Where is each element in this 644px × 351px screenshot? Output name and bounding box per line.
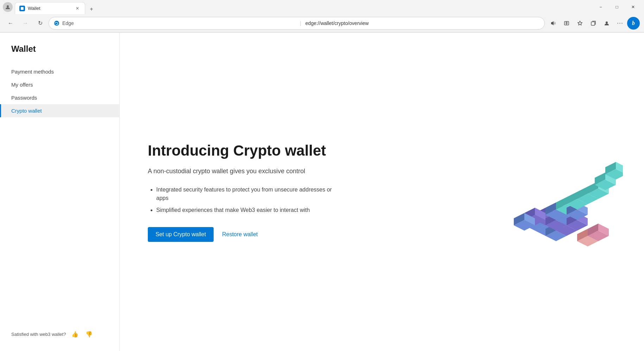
svg-point-5 bbox=[606, 21, 608, 24]
toolbar-actions: ··· b bbox=[547, 17, 640, 30]
tab-close-button[interactable]: ✕ bbox=[74, 5, 81, 12]
bing-button[interactable]: b bbox=[627, 17, 640, 30]
more-options-button[interactable]: ··· bbox=[614, 17, 626, 30]
tab-strip: Wallet ✕ + bbox=[15, 0, 591, 14]
restore-wallet-button[interactable]: Restore wallet bbox=[222, 231, 258, 238]
profile-button[interactable] bbox=[600, 17, 613, 30]
crypto-cubes-illustration bbox=[475, 118, 623, 266]
toolbar: ← → ↻ Edge | edge://wallet/crypto/overvi… bbox=[0, 14, 644, 32]
sidebar-item-my-offers[interactable]: My offers bbox=[0, 78, 119, 91]
thumbs-up-button[interactable]: 👍 bbox=[70, 330, 80, 338]
read-aloud-button[interactable] bbox=[547, 17, 560, 30]
minimize-button[interactable]: − bbox=[593, 1, 609, 13]
tab-favicon bbox=[19, 6, 25, 11]
profile-icon[interactable] bbox=[3, 2, 13, 12]
svg-rect-1 bbox=[21, 7, 24, 10]
feature-item-1: Integrated security features to protect … bbox=[156, 186, 345, 202]
intro-heading: Introducing Crypto wallet bbox=[148, 142, 345, 159]
page-content: Wallet Payment methods My offers Passwor… bbox=[0, 32, 644, 351]
browser-window: Wallet ✕ + − □ ✕ ← → ↻ Edge | edge://wal… bbox=[0, 0, 644, 351]
collections-button[interactable] bbox=[587, 17, 600, 30]
new-tab-button[interactable]: + bbox=[87, 4, 96, 14]
address-bar[interactable]: Edge | edge://wallet/crypto/overview bbox=[49, 17, 545, 30]
back-button[interactable]: ← bbox=[4, 17, 17, 30]
tab-title: Wallet bbox=[28, 6, 71, 11]
favorites-button[interactable] bbox=[574, 17, 586, 30]
close-button[interactable]: ✕ bbox=[625, 1, 641, 13]
sidebar-item-payment-methods[interactable]: Payment methods bbox=[0, 65, 119, 78]
url-text: edge://wallet/crypto/overview bbox=[305, 20, 539, 26]
edge-label: Edge bbox=[62, 20, 296, 26]
sidebar-title: Wallet bbox=[0, 44, 119, 65]
main-panel: Introducing Crypto wallet A non-custodia… bbox=[120, 33, 644, 351]
action-buttons: Set up Crypto wallet Restore wallet bbox=[148, 227, 345, 242]
active-tab[interactable]: Wallet ✕ bbox=[15, 2, 85, 14]
window-controls: − □ ✕ bbox=[593, 1, 641, 13]
thumbs-down-button[interactable]: 👎 bbox=[84, 330, 94, 338]
sidebar-navigation: Payment methods My offers Passwords Cryp… bbox=[0, 65, 119, 325]
sidebar-footer: Satisfied with web3 wallet? 👍 👎 bbox=[0, 325, 119, 344]
edge-logo-icon bbox=[54, 20, 59, 26]
intro-subheading: A non-custodial crypto wallet gives you … bbox=[148, 167, 345, 176]
cubes-svg bbox=[475, 118, 623, 266]
sidebar-item-crypto-wallet[interactable]: Crypto wallet bbox=[0, 104, 119, 117]
content-text: Introducing Crypto wallet A non-custodia… bbox=[148, 142, 345, 242]
setup-crypto-wallet-button[interactable]: Set up Crypto wallet bbox=[148, 227, 214, 242]
title-bar: Wallet ✕ + − □ ✕ bbox=[0, 0, 644, 14]
sidebar: Wallet Payment methods My offers Passwor… bbox=[0, 33, 120, 351]
forward-button[interactable]: → bbox=[19, 17, 32, 30]
feature-item-2: Simplified experiences that make Web3 ea… bbox=[156, 206, 345, 214]
maximize-button[interactable]: □ bbox=[609, 1, 625, 13]
feedback-text: Satisfied with web3 wallet? bbox=[11, 332, 66, 337]
svg-point-0 bbox=[7, 5, 9, 7]
immersive-reader-button[interactable] bbox=[560, 17, 573, 30]
feature-list: Integrated security features to protect … bbox=[148, 186, 345, 214]
url-separator: | bbox=[300, 20, 301, 26]
svg-rect-4 bbox=[591, 22, 595, 25]
sidebar-item-passwords[interactable]: Passwords bbox=[0, 91, 119, 104]
refresh-button[interactable]: ↻ bbox=[34, 17, 46, 30]
